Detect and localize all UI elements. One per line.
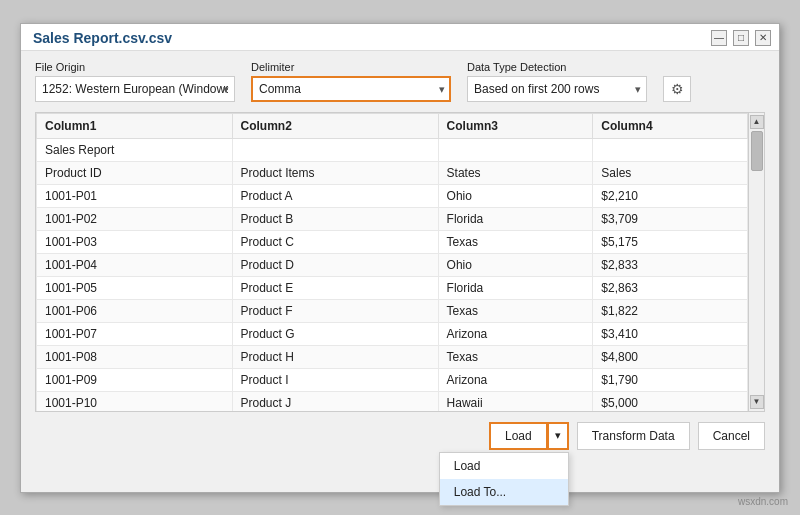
- cell-0-1: [232, 138, 438, 161]
- file-origin-group: File Origin 1252: Western European (Wind…: [35, 61, 235, 102]
- cell-1-0: Product ID: [37, 161, 233, 184]
- dialog-window: Sales Report.csv.csv — □ ✕ File Origin 1…: [20, 23, 780, 493]
- cell-7-2: Texas: [438, 299, 593, 322]
- load-to-option[interactable]: Load To...: [440, 479, 568, 505]
- minimize-button[interactable]: —: [711, 30, 727, 46]
- datatype-label: Data Type Detection: [467, 61, 647, 73]
- table-row: 1001-P10Product JHawaii$5,000: [37, 391, 748, 411]
- cell-10-1: Product I: [232, 368, 438, 391]
- datatype-group: Data Type Detection Based on first 200 r…: [467, 61, 647, 102]
- cell-1-3: Sales: [593, 161, 748, 184]
- table-row: 1001-P01Product AOhio$2,210: [37, 184, 748, 207]
- table-row: 1001-P06Product FTexas$1,822: [37, 299, 748, 322]
- cell-7-1: Product F: [232, 299, 438, 322]
- cell-4-2: Texas: [438, 230, 593, 253]
- cell-9-3: $4,800: [593, 345, 748, 368]
- vertical-scrollbar[interactable]: ▲ ▼: [748, 113, 764, 411]
- cell-2-2: Ohio: [438, 184, 593, 207]
- cell-7-0: 1001-P06: [37, 299, 233, 322]
- cell-10-2: Arizona: [438, 368, 593, 391]
- maximize-button[interactable]: □: [733, 30, 749, 46]
- datatype-select[interactable]: Based on first 200 rows Based on entire …: [467, 76, 647, 102]
- file-origin-label: File Origin: [35, 61, 235, 73]
- delimiter-wrapper: Comma Tab Semicolon Space: [251, 76, 451, 102]
- table-row: Product IDProduct ItemsStatesSales: [37, 161, 748, 184]
- table-row: 1001-P07Product GArizona$3,410: [37, 322, 748, 345]
- dialog-content: File Origin 1252: Western European (Wind…: [21, 51, 779, 464]
- title-bar: Sales Report.csv.csv — □ ✕: [21, 24, 779, 51]
- col2-header: Column2: [232, 113, 438, 138]
- cell-7-3: $1,822: [593, 299, 748, 322]
- load-dropdown-menu: Load Load To...: [439, 452, 569, 506]
- cell-8-2: Arizona: [438, 322, 593, 345]
- cell-4-1: Product C: [232, 230, 438, 253]
- window-title: Sales Report.csv.csv: [33, 30, 172, 46]
- cell-11-1: Product J: [232, 391, 438, 411]
- cell-10-0: 1001-P09: [37, 368, 233, 391]
- cell-9-1: Product H: [232, 345, 438, 368]
- cell-9-2: Texas: [438, 345, 593, 368]
- table-row: 1001-P08Product HTexas$4,800: [37, 345, 748, 368]
- cell-6-0: 1001-P05: [37, 276, 233, 299]
- scroll-down-arrow[interactable]: ▼: [750, 395, 764, 409]
- cell-9-0: 1001-P08: [37, 345, 233, 368]
- cell-8-0: 1001-P07: [37, 322, 233, 345]
- data-preview-table: Column1 Column2 Column3 Column4 Sales Re…: [36, 113, 748, 411]
- cell-11-3: $5,000: [593, 391, 748, 411]
- cell-0-3: [593, 138, 748, 161]
- table-row: Sales Report: [37, 138, 748, 161]
- delimiter-select[interactable]: Comma Tab Semicolon Space: [251, 76, 451, 102]
- close-button[interactable]: ✕: [755, 30, 771, 46]
- cell-11-2: Hawaii: [438, 391, 593, 411]
- header-row: Column1 Column2 Column3 Column4: [37, 113, 748, 138]
- load-option[interactable]: Load: [440, 453, 568, 479]
- cancel-button[interactable]: Cancel: [698, 422, 765, 450]
- datatype-wrapper: Based on first 200 rows Based on entire …: [467, 76, 647, 102]
- cell-1-1: Product Items: [232, 161, 438, 184]
- file-origin-select[interactable]: 1252: Western European (Windows) UTF-8 U…: [35, 76, 235, 102]
- cell-2-1: Product A: [232, 184, 438, 207]
- table-body: Sales ReportProduct IDProduct ItemsState…: [37, 138, 748, 411]
- table-row: 1001-P02Product BFlorida$3,709: [37, 207, 748, 230]
- table-scroll-area[interactable]: Column1 Column2 Column3 Column4 Sales Re…: [36, 113, 748, 411]
- load-dropdown-toggle[interactable]: ▾: [548, 422, 569, 450]
- table-row: 1001-P09Product IArizona$1,790: [37, 368, 748, 391]
- cell-1-2: States: [438, 161, 593, 184]
- cell-4-3: $5,175: [593, 230, 748, 253]
- transform-data-button[interactable]: Transform Data: [577, 422, 690, 450]
- delimiter-label: Delimiter: [251, 61, 451, 73]
- cell-5-0: 1001-P04: [37, 253, 233, 276]
- cell-5-2: Ohio: [438, 253, 593, 276]
- cell-0-0: Sales Report: [37, 138, 233, 161]
- footer-actions: Load ▾ Load Load To... Transform Data Ca…: [35, 412, 765, 454]
- load-button[interactable]: Load: [489, 422, 548, 450]
- col1-header: Column1: [37, 113, 233, 138]
- cell-2-0: 1001-P01: [37, 184, 233, 207]
- cell-3-0: 1001-P02: [37, 207, 233, 230]
- data-preview-table-container: Column1 Column2 Column3 Column4 Sales Re…: [35, 112, 765, 412]
- cell-6-3: $2,863: [593, 276, 748, 299]
- cell-2-3: $2,210: [593, 184, 748, 207]
- table-header: Column1 Column2 Column3 Column4: [37, 113, 748, 138]
- table-row: 1001-P03Product CTexas$5,175: [37, 230, 748, 253]
- scroll-thumb[interactable]: [751, 131, 763, 171]
- controls-row: File Origin 1252: Western European (Wind…: [35, 61, 765, 102]
- cell-10-3: $1,790: [593, 368, 748, 391]
- cell-11-0: 1001-P10: [37, 391, 233, 411]
- cell-3-2: Florida: [438, 207, 593, 230]
- load-button-group: Load ▾ Load Load To...: [489, 422, 569, 450]
- settings-icon-button[interactable]: ⚙: [663, 76, 691, 102]
- cell-5-3: $2,833: [593, 253, 748, 276]
- cell-3-1: Product B: [232, 207, 438, 230]
- col3-header: Column3: [438, 113, 593, 138]
- cell-4-0: 1001-P03: [37, 230, 233, 253]
- cell-3-3: $3,709: [593, 207, 748, 230]
- file-origin-wrapper: 1252: Western European (Windows) UTF-8 U…: [35, 76, 235, 102]
- table-row: 1001-P04Product DOhio$2,833: [37, 253, 748, 276]
- delimiter-group: Delimiter Comma Tab Semicolon Space: [251, 61, 451, 102]
- cell-8-3: $3,410: [593, 322, 748, 345]
- scroll-up-arrow[interactable]: ▲: [750, 115, 764, 129]
- table-row: 1001-P05Product EFlorida$2,863: [37, 276, 748, 299]
- cell-6-2: Florida: [438, 276, 593, 299]
- watermark: wsxdn.com: [738, 496, 788, 507]
